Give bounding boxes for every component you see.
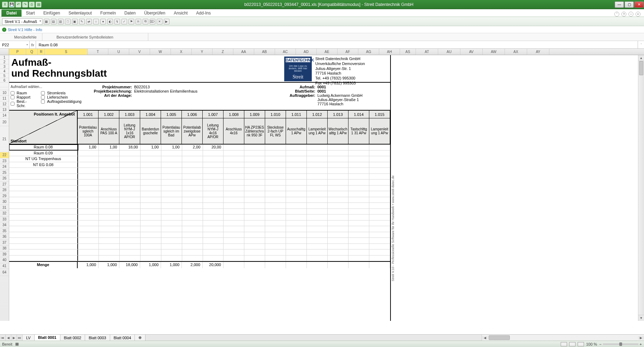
value-cell[interactable] (203, 214, 224, 220)
value-cell[interactable] (99, 186, 120, 191)
value-cell[interactable] (78, 214, 99, 220)
standort-cell[interactable] (9, 191, 78, 197)
empty-row[interactable] (9, 226, 390, 232)
toolbar-icon[interactable]: □ (65, 19, 71, 24)
value-cell[interactable] (99, 209, 120, 214)
value-cell[interactable] (120, 156, 141, 162)
value-cell[interactable] (307, 186, 328, 191)
row-header-25[interactable]: 25 (0, 170, 9, 176)
col-header-AV[interactable]: AV (460, 49, 483, 55)
col-header-AH[interactable]: AH (379, 49, 400, 55)
value-cell[interactable] (141, 156, 161, 162)
value-cell[interactable] (120, 249, 141, 255)
value-cell[interactable] (369, 238, 390, 243)
value-cell[interactable] (120, 174, 141, 180)
row-header-40[interactable]: 40 (0, 257, 9, 263)
value-cell[interactable] (369, 151, 390, 156)
value-cell[interactable] (307, 180, 328, 185)
sheet-tab[interactable]: Blatt 0004 (110, 335, 135, 341)
col-header-X[interactable]: X (171, 49, 192, 55)
value-cell[interactable]: 1,00 (99, 145, 120, 150)
value-cell[interactable] (141, 203, 161, 208)
standort-cell[interactable] (9, 244, 78, 249)
value-cell[interactable] (286, 186, 307, 191)
value-cell[interactable] (348, 255, 369, 261)
row-header-41[interactable]: 41 (0, 263, 9, 269)
row-header-[interactable] (0, 83, 9, 87)
value-cell[interactable] (369, 162, 390, 168)
col-header-AB[interactable]: AB (254, 49, 275, 55)
redo-icon[interactable]: ↷ (22, 2, 28, 7)
toolbar-icon[interactable]: ⇄ (86, 19, 92, 24)
fx-icon[interactable]: fx (31, 43, 34, 47)
value-cell[interactable] (120, 191, 141, 197)
standort-cell[interactable]: NT EG 0.08 (9, 162, 78, 168)
value-cell[interactable] (348, 232, 369, 238)
value-cell[interactable] (328, 151, 348, 156)
value-cell[interactable] (369, 220, 390, 226)
value-cell[interactable] (141, 249, 161, 255)
value-cell[interactable] (223, 226, 244, 232)
help-icon[interactable]: ? (621, 12, 626, 17)
check-auftragsbest[interactable]: Auftragsbestätigung (41, 99, 82, 104)
value-cell[interactable] (161, 244, 182, 249)
value-cell[interactable] (182, 226, 203, 232)
sheet-tab[interactable]: Blatt 0003 (85, 335, 110, 341)
window-restore-icon[interactable]: ▫ (628, 12, 633, 17)
value-cell[interactable] (182, 186, 203, 191)
value-cell[interactable] (120, 232, 141, 238)
value-cell[interactable] (369, 249, 390, 255)
value-cell[interactable] (223, 244, 244, 249)
value-cell[interactable] (182, 238, 203, 243)
standort-cell[interactable] (9, 168, 78, 174)
value-cell[interactable] (78, 162, 99, 168)
value-cell[interactable] (244, 197, 265, 203)
minimize-ribbon-icon[interactable]: ˅ (614, 12, 619, 17)
tab-addins[interactable]: Add-Ins (192, 10, 215, 17)
value-cell[interactable] (78, 186, 99, 191)
value-cell[interactable] (182, 197, 203, 203)
value-cell[interactable] (182, 209, 203, 214)
value-cell[interactable] (120, 180, 141, 185)
grid-body[interactable]: Aufmaß-und Rechnungsblatt DATENTECHNIK U… (9, 55, 644, 321)
value-cell[interactable] (328, 197, 348, 203)
value-cell[interactable] (348, 226, 369, 232)
value-cell[interactable] (286, 145, 307, 150)
col-header-AS[interactable]: AS (400, 49, 416, 55)
value-cell[interactable] (244, 180, 265, 185)
scroll-down-icon[interactable]: ▼ (638, 315, 644, 321)
value-cell[interactable] (244, 244, 265, 249)
value-cell[interactable] (120, 244, 141, 249)
value-cell[interactable] (244, 156, 265, 162)
standort-cell[interactable] (9, 203, 78, 208)
value-cell[interactable]: 1,00 (78, 145, 99, 150)
value-cell[interactable] (141, 220, 161, 226)
col-header-R[interactable]: R (38, 49, 45, 55)
value-cell[interactable] (223, 162, 244, 168)
value-cell[interactable] (182, 174, 203, 180)
value-cell[interactable] (307, 203, 328, 208)
value-cell[interactable] (78, 197, 99, 203)
col-header-AD[interactable]: AD (296, 49, 317, 55)
row-header-10[interactable]: 10 (0, 90, 9, 96)
col-header-P[interactable]: P (9, 49, 26, 55)
value-cell[interactable] (286, 162, 307, 168)
value-cell[interactable] (203, 209, 224, 214)
empty-row[interactable] (9, 168, 390, 174)
row-header-33[interactable]: 33 (0, 217, 9, 223)
value-cell[interactable] (328, 209, 348, 214)
value-cell[interactable] (141, 151, 161, 156)
value-cell[interactable] (223, 249, 244, 255)
save-icon[interactable]: 💾 (9, 2, 14, 7)
row-header-6[interactable]: 6 (0, 78, 9, 83)
value-cell[interactable] (328, 145, 348, 150)
value-cell[interactable] (161, 209, 182, 214)
value-cell[interactable] (161, 203, 182, 208)
value-cell[interactable] (161, 180, 182, 185)
value-cell[interactable] (203, 191, 224, 197)
value-cell[interactable] (78, 151, 99, 156)
print-icon[interactable]: ⎙ (29, 2, 35, 7)
value-cell[interactable] (286, 180, 307, 185)
value-cell[interactable] (182, 168, 203, 174)
col-header-AW[interactable]: AW (483, 49, 505, 55)
